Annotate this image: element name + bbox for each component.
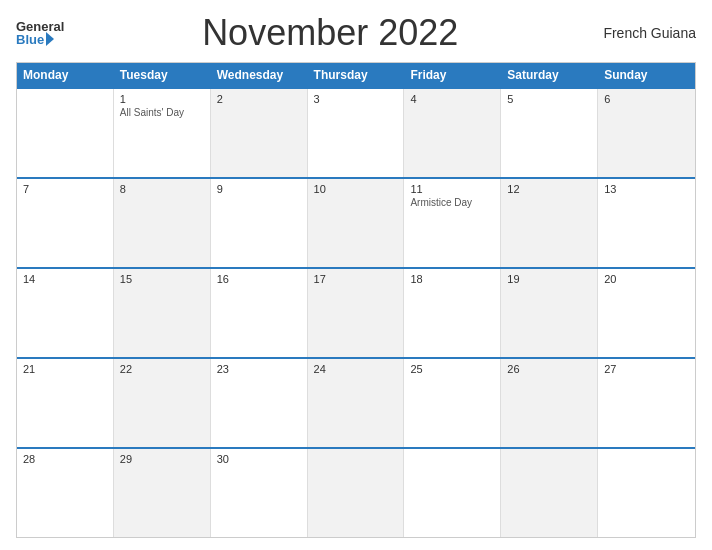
day-number: 5	[507, 93, 591, 105]
day-number: 13	[604, 183, 689, 195]
day-header-thursday: Thursday	[308, 63, 405, 87]
day-cell: 24	[308, 359, 405, 447]
day-number: 18	[410, 273, 494, 285]
week-row-3: 14151617181920	[17, 267, 695, 357]
day-cell: 6	[598, 89, 695, 177]
logo-blue-row: Blue	[16, 33, 54, 46]
day-header-friday: Friday	[404, 63, 501, 87]
day-cell: 25	[404, 359, 501, 447]
day-number: 28	[23, 453, 107, 465]
day-header-monday: Monday	[17, 63, 114, 87]
day-cell: 10	[308, 179, 405, 267]
day-cell: 21	[17, 359, 114, 447]
day-number: 7	[23, 183, 107, 195]
day-number: 15	[120, 273, 204, 285]
day-number: 2	[217, 93, 301, 105]
day-cell: 15	[114, 269, 211, 357]
calendar-title: November 2022	[202, 12, 458, 54]
day-cell: 12	[501, 179, 598, 267]
logo-blue-text: Blue	[16, 33, 44, 46]
calendar-page: General Blue November 2022 French Guiana…	[0, 0, 712, 550]
weeks-container: 1All Saints' Day234567891011Armistice Da…	[17, 87, 695, 537]
day-cell: 18	[404, 269, 501, 357]
day-number: 10	[314, 183, 398, 195]
day-number: 11	[410, 183, 494, 195]
day-header-sunday: Sunday	[598, 63, 695, 87]
day-number: 16	[217, 273, 301, 285]
day-number: 9	[217, 183, 301, 195]
day-cell	[598, 449, 695, 537]
day-cell: 3	[308, 89, 405, 177]
week-row-5: 282930	[17, 447, 695, 537]
day-cell: 11Armistice Day	[404, 179, 501, 267]
day-header-tuesday: Tuesday	[114, 63, 211, 87]
day-cell: 9	[211, 179, 308, 267]
day-number: 29	[120, 453, 204, 465]
day-event: All Saints' Day	[120, 107, 204, 118]
day-cell: 1All Saints' Day	[114, 89, 211, 177]
day-cell: 28	[17, 449, 114, 537]
day-cell: 29	[114, 449, 211, 537]
day-number: 19	[507, 273, 591, 285]
day-cell: 2	[211, 89, 308, 177]
day-cell: 30	[211, 449, 308, 537]
day-cell: 19	[501, 269, 598, 357]
day-cell: 27	[598, 359, 695, 447]
week-row-2: 7891011Armistice Day1213	[17, 177, 695, 267]
day-number: 30	[217, 453, 301, 465]
day-cell: 16	[211, 269, 308, 357]
day-number: 1	[120, 93, 204, 105]
day-headers-row: MondayTuesdayWednesdayThursdayFridaySatu…	[17, 63, 695, 87]
day-number: 23	[217, 363, 301, 375]
day-number: 24	[314, 363, 398, 375]
header: General Blue November 2022 French Guiana	[16, 12, 696, 54]
day-cell	[501, 449, 598, 537]
day-number: 17	[314, 273, 398, 285]
day-number: 14	[23, 273, 107, 285]
week-row-4: 21222324252627	[17, 357, 695, 447]
day-cell: 14	[17, 269, 114, 357]
day-cell: 13	[598, 179, 695, 267]
day-cell: 7	[17, 179, 114, 267]
week-row-1: 1All Saints' Day23456	[17, 87, 695, 177]
day-cell: 4	[404, 89, 501, 177]
day-cell: 23	[211, 359, 308, 447]
day-event: Armistice Day	[410, 197, 494, 208]
logo-triangle-icon	[46, 32, 54, 46]
day-cell: 17	[308, 269, 405, 357]
day-cell	[17, 89, 114, 177]
calendar-grid: MondayTuesdayWednesdayThursdayFridaySatu…	[16, 62, 696, 538]
day-cell: 22	[114, 359, 211, 447]
day-cell: 8	[114, 179, 211, 267]
day-cell: 5	[501, 89, 598, 177]
day-number: 21	[23, 363, 107, 375]
day-cell	[404, 449, 501, 537]
day-cell: 26	[501, 359, 598, 447]
day-header-saturday: Saturday	[501, 63, 598, 87]
day-number: 12	[507, 183, 591, 195]
day-number: 3	[314, 93, 398, 105]
day-number: 27	[604, 363, 689, 375]
day-number: 4	[410, 93, 494, 105]
day-number: 8	[120, 183, 204, 195]
day-cell: 20	[598, 269, 695, 357]
day-number: 22	[120, 363, 204, 375]
day-number: 26	[507, 363, 591, 375]
day-number: 20	[604, 273, 689, 285]
day-cell	[308, 449, 405, 537]
day-header-wednesday: Wednesday	[211, 63, 308, 87]
region-label: French Guiana	[596, 25, 696, 41]
day-number: 6	[604, 93, 689, 105]
day-number: 25	[410, 363, 494, 375]
logo: General Blue	[16, 20, 64, 46]
